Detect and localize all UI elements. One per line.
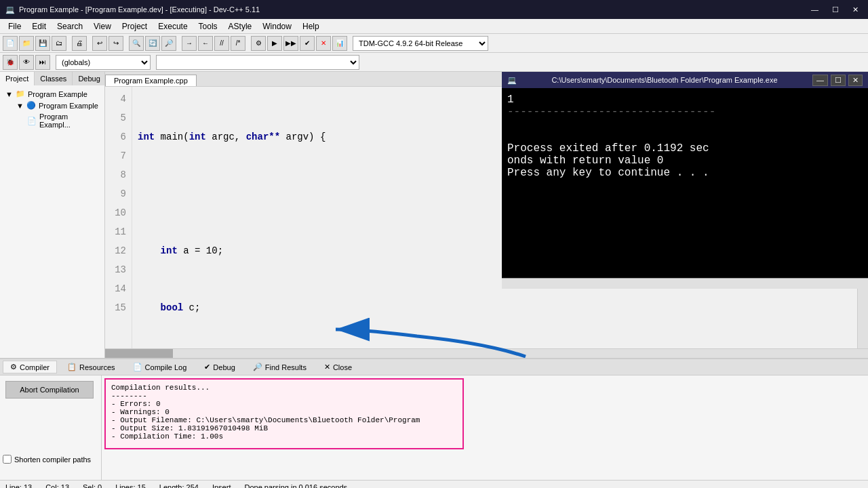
close-button[interactable]: ✕ bbox=[848, 4, 863, 16]
tb-open[interactable]: 📁 bbox=[19, 36, 34, 51]
expand-icon: ▼ bbox=[5, 90, 13, 98]
shorten-paths-checkbox[interactable] bbox=[3, 455, 12, 464]
abort-compilation-button[interactable]: Abort Compilation bbox=[5, 381, 94, 399]
tb-run[interactable]: ▶ bbox=[267, 36, 282, 51]
bottom-panel: ⚙ Compiler 📋 Resources 📄 Compile Log ✔ D… bbox=[0, 358, 868, 480]
console-minimize[interactable]: — bbox=[812, 75, 828, 86]
console-body: 1 -------------------------------- Proce… bbox=[502, 88, 868, 278]
status-sel: Sel: 0 bbox=[83, 483, 102, 489]
tab-close-bottom[interactable]: ✕ Close bbox=[317, 361, 359, 373]
left-panel: Project Classes Debug ▼ 📁 Program Exampl… bbox=[0, 72, 105, 358]
tb-profile[interactable]: 📊 bbox=[332, 36, 347, 51]
findresults-icon: 🔎 bbox=[253, 363, 262, 371]
status-lines: Lines: 15 bbox=[115, 483, 146, 489]
status-message: Done parsing in 0.016 seconds bbox=[244, 483, 347, 489]
app-icon: 💻 bbox=[5, 5, 15, 14]
tb-save[interactable]: 💾 bbox=[35, 36, 50, 51]
tb-comment[interactable]: // bbox=[214, 36, 229, 51]
console-continue: Press any key to continue . . . bbox=[507, 167, 863, 179]
globals-select[interactable]: (globals) bbox=[56, 55, 151, 70]
toolbar-secondary: 🐞 👁 ⏭ (globals) bbox=[0, 53, 868, 72]
menu-execute[interactable]: Execute bbox=[153, 20, 193, 33]
log-line-1: Compilation results... bbox=[111, 384, 457, 392]
menu-project[interactable]: Project bbox=[117, 20, 153, 33]
tb-compile[interactable]: ⚙ bbox=[251, 36, 266, 51]
context-select[interactable] bbox=[156, 55, 359, 70]
tb-indent[interactable]: → bbox=[182, 36, 197, 51]
titlebar: 💻 Program Example - [Program Example.dev… bbox=[0, 0, 868, 19]
compiler-icon: ⚙ bbox=[10, 363, 17, 371]
console-scrollbar[interactable] bbox=[502, 278, 868, 289]
menu-tools[interactable]: Tools bbox=[193, 20, 223, 33]
shorten-paths-option: Shorten compiler paths bbox=[3, 455, 91, 464]
tab-find-results[interactable]: 🔎 Find Results bbox=[245, 361, 314, 373]
tree-item-2[interactable]: 📄 Program Exampl... bbox=[3, 111, 102, 130]
status-mode: Insert bbox=[212, 483, 231, 489]
tb-undo[interactable]: ↩ bbox=[92, 36, 107, 51]
tab-project[interactable]: Project bbox=[0, 72, 35, 85]
debug-icon: ✔ bbox=[204, 363, 210, 371]
console-close[interactable]: ✕ bbox=[848, 75, 863, 86]
project-icon: 🔵 bbox=[26, 101, 36, 110]
tab-debug-bottom[interactable]: ✔ Debug bbox=[197, 361, 242, 373]
tab-debug[interactable]: Debug bbox=[73, 72, 106, 85]
tree-root[interactable]: ▼ 📁 Program Example bbox=[3, 88, 102, 100]
tab-resources[interactable]: 📋 Resources bbox=[60, 361, 123, 373]
console-dashes: -------------------------------- bbox=[507, 106, 863, 118]
console-exit1: Process exited after 0.1192 sec bbox=[507, 142, 863, 155]
menu-help[interactable]: Help bbox=[297, 20, 325, 33]
menu-search[interactable]: Search bbox=[52, 20, 88, 33]
tb-debug[interactable]: 🐞 bbox=[3, 55, 18, 70]
tree-label-1: Program Example bbox=[39, 102, 98, 110]
folder-icon: 📁 bbox=[16, 89, 25, 98]
status-col: Col: 13 bbox=[45, 483, 69, 489]
log-size: - Output Size: 1.83191967010498 MiB bbox=[111, 424, 457, 432]
tb-stop[interactable]: ✕ bbox=[316, 36, 331, 51]
tb-check[interactable]: ✔ bbox=[300, 36, 315, 51]
editor-container: Program Example.cpp 4 5 6 7 8 9 10 11 12… bbox=[105, 72, 868, 358]
editor-tab-cpp[interactable]: Program Example.cpp bbox=[105, 75, 197, 86]
minimize-button[interactable]: — bbox=[807, 4, 823, 16]
tab-compiler[interactable]: ⚙ Compiler bbox=[3, 361, 57, 373]
compile-log-box: Compilation results... -------- - Errors… bbox=[104, 378, 464, 449]
tb-replace[interactable]: 🔄 bbox=[145, 36, 160, 51]
menu-astyle[interactable]: AStyle bbox=[223, 20, 258, 33]
tree-item-1[interactable]: ▼ 🔵 Program Example bbox=[3, 100, 102, 111]
toolbar-main: 📄 📁 💾 🗂 🖨 ↩ ↪ 🔍 🔄 🔎 → ← // /* ⚙ ▶ ▶▶ ✔ ✕… bbox=[0, 34, 868, 53]
file-icon: 📄 bbox=[27, 117, 37, 125]
console-blank2 bbox=[507, 130, 863, 142]
tb-addwatch[interactable]: 👁 bbox=[19, 55, 34, 70]
menu-edit[interactable]: Edit bbox=[26, 20, 52, 33]
horizontal-scrollbar[interactable] bbox=[105, 348, 868, 358]
menu-file[interactable]: File bbox=[3, 20, 26, 33]
tb-find[interactable]: 🔍 bbox=[129, 36, 144, 51]
tb-compilerun[interactable]: ▶▶ bbox=[283, 36, 298, 51]
console-exit2: onds with return value 0 bbox=[507, 155, 863, 167]
menu-view[interactable]: View bbox=[88, 20, 117, 33]
compiler-select[interactable]: TDM-GCC 4.9.2 64-bit Release bbox=[353, 36, 488, 51]
tab-classes[interactable]: Classes bbox=[35, 72, 73, 85]
tb-findall[interactable]: 🔎 bbox=[161, 36, 176, 51]
maximize-button[interactable]: ☐ bbox=[828, 4, 843, 16]
tb-print[interactable]: 🖨 bbox=[72, 36, 87, 51]
resources-icon: 📋 bbox=[67, 363, 77, 371]
project-tree: ▼ 📁 Program Example ▼ 🔵 Program Example … bbox=[0, 85, 104, 133]
tb-saveall[interactable]: 🗂 bbox=[52, 36, 66, 51]
expand-icon-1: ▼ bbox=[16, 102, 24, 110]
tb-nextbreak[interactable]: ⏭ bbox=[35, 55, 50, 70]
menu-window[interactable]: Window bbox=[257, 20, 297, 33]
bottom-tabs: ⚙ Compiler 📋 Resources 📄 Compile Log ✔ D… bbox=[0, 359, 868, 375]
tb-uncomment[interactable]: /* bbox=[231, 36, 245, 51]
console-titlebar: 💻 C:\Users\smarty\Documents\Bluetooth Fo… bbox=[502, 72, 868, 88]
tb-new[interactable]: 📄 bbox=[3, 36, 18, 51]
console-output-1: 1 bbox=[507, 94, 863, 106]
tb-unindent[interactable]: ← bbox=[198, 36, 213, 51]
console-maximize[interactable]: ☐ bbox=[831, 75, 846, 86]
log-time: - Compilation Time: 1.00s bbox=[111, 432, 457, 441]
bottom-content: Abort Compilation Shorten compiler paths… bbox=[0, 375, 868, 480]
tb-redo[interactable]: ↪ bbox=[108, 36, 123, 51]
status-length: Length: 254 bbox=[159, 483, 199, 489]
tab-compile-log[interactable]: 📄 Compile Log bbox=[125, 361, 195, 373]
console-blank bbox=[507, 118, 863, 130]
log-warnings: - Warnings: 0 bbox=[111, 408, 457, 416]
